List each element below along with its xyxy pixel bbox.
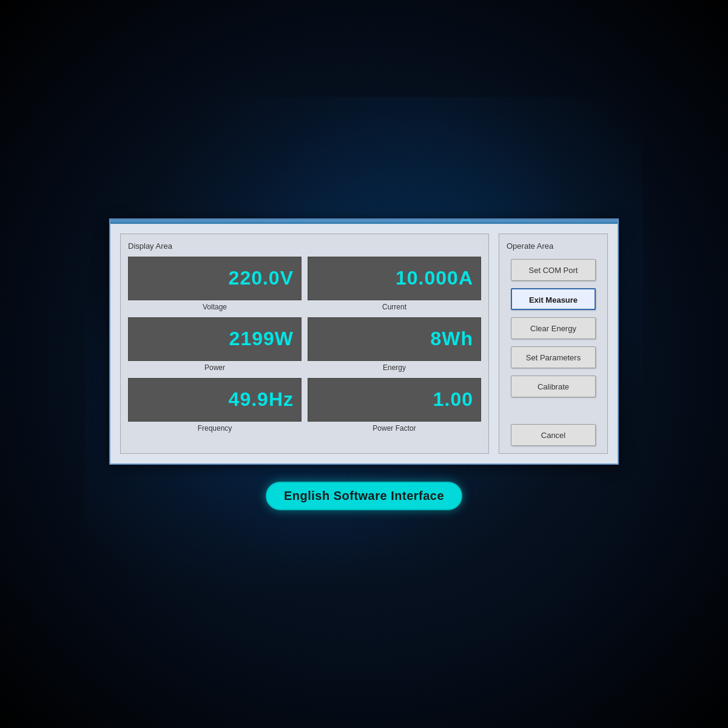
exit-measure-button[interactable]: Exit Measure bbox=[511, 288, 596, 310]
metric-label-power-factor: Power Factor bbox=[372, 424, 416, 433]
metric-display-energy: 8Wh bbox=[308, 317, 481, 361]
cancel-button[interactable]: Cancel bbox=[511, 424, 596, 446]
metric-label-energy: Energy bbox=[383, 363, 406, 372]
outer-container: Display Area 220.0V Voltage 10 bbox=[85, 97, 643, 631]
metric-value-voltage: 220.0V bbox=[229, 267, 294, 289]
operate-area-title: Operate Area bbox=[507, 241, 600, 251]
metric-display-power: 2199W bbox=[128, 317, 302, 361]
metric-label-voltage: Voltage bbox=[203, 303, 227, 311]
bottom-label: English Software Interface bbox=[266, 482, 462, 510]
metric-label-power: Power bbox=[204, 363, 225, 372]
app-window: Display Area 220.0V Voltage 10 bbox=[109, 218, 619, 465]
metric-cell-power-factor: 1.00 Power Factor bbox=[308, 378, 481, 433]
clear-energy-button[interactable]: Clear Energy bbox=[511, 317, 596, 339]
metric-cell-current: 10.000A Current bbox=[308, 257, 481, 311]
metric-value-power-factor: 1.00 bbox=[433, 388, 473, 411]
set-parameters-button[interactable]: Set Parameters bbox=[511, 346, 596, 368]
metric-display-voltage: 220.0V bbox=[128, 257, 302, 300]
display-area-title: Display Area bbox=[128, 241, 481, 251]
metric-value-energy: 8Wh bbox=[430, 328, 473, 350]
calibrate-button[interactable]: Calibrate bbox=[511, 376, 596, 397]
metric-value-power: 2199W bbox=[229, 328, 294, 350]
metric-display-current: 10.000A bbox=[308, 257, 481, 300]
metric-display-frequency: 49.9Hz bbox=[128, 378, 302, 422]
window-body: Display Area 220.0V Voltage 10 bbox=[110, 224, 618, 463]
metrics-grid: 220.0V Voltage 10.000A Current bbox=[128, 257, 481, 433]
content-wrapper: Display Area 220.0V Voltage 10 bbox=[109, 218, 619, 510]
metric-cell-power: 2199W Power bbox=[128, 317, 302, 372]
metric-label-current: Current bbox=[382, 303, 406, 311]
metric-label-frequency: Frequency bbox=[198, 424, 232, 433]
metric-cell-voltage: 220.0V Voltage bbox=[128, 257, 302, 311]
operate-area: Operate Area Set COM Port Exit Measure C… bbox=[499, 234, 608, 454]
metric-value-frequency: 49.9Hz bbox=[229, 388, 294, 411]
metric-cell-frequency: 49.9Hz Frequency bbox=[128, 378, 302, 433]
metric-cell-energy: 8Wh Energy bbox=[308, 317, 481, 372]
operate-buttons: Set COM Port Exit Measure Clear Energy S… bbox=[507, 259, 600, 446]
metric-value-current: 10.000A bbox=[396, 267, 473, 289]
display-area: Display Area 220.0V Voltage 10 bbox=[120, 234, 489, 454]
set-com-port-button[interactable]: Set COM Port bbox=[511, 259, 596, 281]
metric-display-power-factor: 1.00 bbox=[308, 378, 481, 422]
